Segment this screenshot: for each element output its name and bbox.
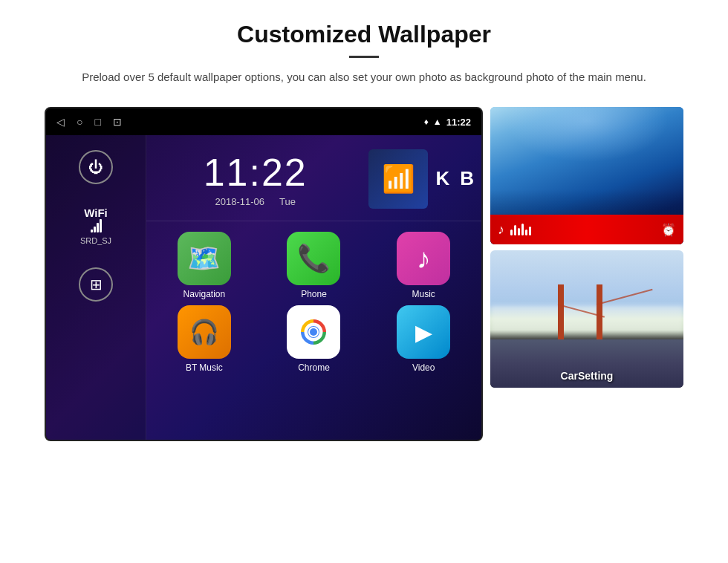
nav-back-icon[interactable]: ◁ <box>56 116 65 128</box>
chrome-label: Chrome <box>298 362 330 373</box>
clock-day: Tue <box>279 196 296 207</box>
nav-screenshot-icon[interactable]: ⊡ <box>113 116 122 128</box>
wifi-label: WiFi <box>80 206 111 219</box>
status-indicators: ♦ ▲ 11:22 <box>424 117 471 128</box>
music-icon: ♪ <box>397 232 450 285</box>
app-bt-music[interactable]: 🎧 BT Music <box>152 305 256 373</box>
wifi-bars-icon <box>80 219 111 236</box>
apps-button[interactable]: ⊞ <box>79 267 113 302</box>
device-sidebar: ⏻ WiFi SRD_SJ ⊞ <box>46 135 146 440</box>
location-icon: ♦ <box>424 117 429 127</box>
page-header: Customized Wallpaper Preload over 5 defa… <box>0 0 728 100</box>
page-title: Customized Wallpaper <box>59 21 669 48</box>
bt-music-label: BT Music <box>186 362 223 373</box>
app-navigation[interactable]: 🗺️ Navigation <box>152 232 256 299</box>
screen-content: ⏻ WiFi SRD_SJ ⊞ <box>46 135 481 440</box>
navigation-label: Navigation <box>183 289 225 299</box>
music-note-icon: ♪ <box>498 222 504 238</box>
navigation-icon: 🗺️ <box>178 232 231 285</box>
chrome-svg <box>293 312 334 352</box>
apps-icon: ⊞ <box>90 276 103 293</box>
device-mockup: ◁ ○ □ ⊡ ♦ ▲ 11:22 ⏻ WiFi <box>45 107 483 441</box>
clock-date-value: 2018-11-06 <box>215 196 265 207</box>
wallpaper-bridge[interactable]: CarSetting <box>490 250 683 388</box>
app-phone[interactable]: 📞 Phone <box>262 232 366 299</box>
video-icon: ▶ <box>397 305 450 359</box>
video-label: Video <box>412 362 435 373</box>
clock-info: 11:22 2018-11-06 Tue <box>146 143 364 215</box>
title-divider <box>349 56 379 58</box>
status-time: 11:22 <box>446 117 471 128</box>
power-icon: ⏻ <box>88 159 103 176</box>
screen-main: 11:22 2018-11-06 Tue 📶 K <box>146 135 481 440</box>
wifi-icon: ▲ <box>433 117 442 127</box>
nav-buttons: ◁ ○ □ ⊡ <box>56 116 122 128</box>
app-chrome[interactable]: Chrome <box>262 305 366 373</box>
music-bar-overlay: ♪ ⏰ <box>490 215 683 244</box>
wifi-widget: 📶 <box>368 149 428 209</box>
phone-icon: 📞 <box>287 232 340 285</box>
b-widget: B <box>457 167 477 190</box>
clock-section: 11:22 2018-11-06 Tue 📶 K <box>146 143 481 221</box>
carsetting-label: CarSetting <box>490 370 683 382</box>
svg-point-5 <box>310 328 317 336</box>
nav-home-icon[interactable]: ○ <box>77 116 82 128</box>
alarm-icon: ⏰ <box>661 223 676 237</box>
music-label: Music <box>412 289 435 299</box>
main-content: ◁ ○ □ ⊡ ♦ ▲ 11:22 ⏻ WiFi <box>0 100 728 441</box>
status-bar: ◁ ○ □ ⊡ ♦ ▲ 11:22 <box>46 108 481 135</box>
clock-time: 11:22 <box>204 150 308 195</box>
wifi-info: WiFi SRD_SJ <box>80 206 111 245</box>
page-description: Preload over 5 default wallpaper options… <box>59 68 669 86</box>
wifi-signal-icon: 📶 <box>382 163 415 195</box>
nav-recent-icon[interactable]: □ <box>94 116 100 128</box>
app-music[interactable]: ♪ Music <box>371 232 475 299</box>
phone-label: Phone <box>301 289 327 299</box>
app-video[interactable]: ▶ Video <box>371 305 475 373</box>
chrome-icon <box>287 305 340 359</box>
music-equalizer <box>510 224 531 235</box>
wifi-ssid: SRD_SJ <box>80 236 111 245</box>
bt-music-icon: 🎧 <box>178 305 231 359</box>
power-button[interactable]: ⏻ <box>79 150 113 184</box>
app-grid: 🗺️ Navigation 📞 Phone ♪ <box>146 224 481 380</box>
clock-date: 2018-11-06 Tue <box>215 196 296 207</box>
widget-area: 📶 K B <box>364 143 481 215</box>
wallpaper-panel: ♪ ⏰ <box>490 107 683 388</box>
wallpaper-ice[interactable]: ♪ ⏰ <box>490 107 683 244</box>
k-widget: K <box>432 167 452 190</box>
